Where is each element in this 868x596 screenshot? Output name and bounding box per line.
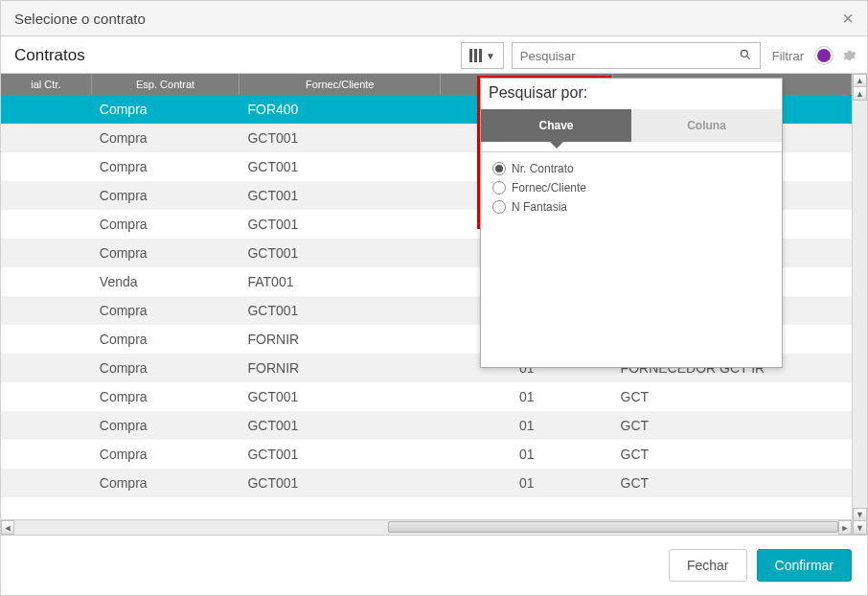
dialog-title: Selecione o contrato	[14, 11, 146, 27]
footer: Fechar Confirmar	[1, 536, 867, 595]
search-by-radio-group: Nr. ContratoFornec/ClienteN Fantasia	[481, 152, 782, 223]
vscroll-track[interactable]	[853, 101, 867, 508]
cell: Compra	[92, 303, 240, 318]
radio-label: Fornec/Cliente	[512, 181, 586, 195]
filter-link[interactable]: Filtrar	[768, 49, 808, 63]
columns-button[interactable]: ▼	[461, 42, 504, 69]
columns-icon	[469, 49, 482, 62]
cell: Compra	[92, 245, 240, 261]
search-icon[interactable]	[731, 48, 760, 64]
scroll-down-icon-2[interactable]: ▼	[853, 521, 867, 535]
cell: GCT001	[240, 389, 441, 404]
select-contract-dialog: Selecione o contrato × Contratos ▼ Filtr…	[0, 0, 868, 596]
cell: Compra	[92, 360, 240, 376]
radio-label: Nr. Contrato	[512, 162, 574, 175]
cell: 01	[441, 389, 613, 404]
close-icon[interactable]: ×	[842, 9, 854, 28]
cell: Venda	[92, 274, 240, 289]
cell: Compra	[92, 102, 240, 117]
radio-icon	[492, 200, 506, 214]
section-title: Contratos	[11, 46, 85, 65]
cell: Compra	[92, 159, 240, 174]
table-row[interactable]: CompraGCT00101GCT	[1, 382, 852, 411]
tab-coluna[interactable]: Coluna	[631, 109, 782, 142]
gear-icon[interactable]	[840, 47, 857, 64]
scroll-left-icon[interactable]: ◄	[1, 520, 14, 535]
cell: GCT	[613, 418, 852, 433]
svg-line-1	[746, 56, 749, 58]
confirm-button[interactable]: Confirmar	[757, 549, 852, 582]
cell: GCT001	[240, 130, 441, 146]
radio-option[interactable]: Fornec/Cliente	[492, 181, 770, 195]
cell: GCT001	[240, 475, 441, 491]
cell: Compra	[92, 188, 240, 203]
column-header-ial-ctr[interactable]: ial Ctr.	[1, 74, 92, 95]
search-input[interactable]	[513, 49, 731, 63]
cell: 01	[441, 475, 613, 491]
cell: FOR400	[240, 102, 441, 117]
toolbar: Contratos ▼ Filtrar	[1, 36, 867, 74]
cell: GCT001	[240, 245, 441, 261]
cell: 01	[441, 418, 613, 433]
cell: GCT001	[240, 159, 441, 174]
radio-label: N Fantasia	[512, 200, 567, 214]
cell: 01	[441, 447, 613, 462]
radio-option[interactable]: N Fantasia	[492, 200, 770, 214]
cell: Compra	[92, 447, 240, 462]
scroll-up-icon[interactable]: ▲	[853, 74, 867, 87]
tab-chave[interactable]: Chave	[481, 109, 631, 142]
cell: Compra	[92, 332, 240, 347]
cell: Compra	[92, 389, 240, 404]
cell: GCT	[613, 447, 852, 462]
vertical-scrollbar[interactable]: ▲ ▲ ▼ ▼	[852, 74, 867, 535]
column-header-fornec-cliente[interactable]: Fornec/Cliente	[240, 74, 441, 95]
hscroll-track[interactable]	[14, 520, 838, 535]
search-field-wrap	[512, 42, 761, 69]
cell: GCT	[613, 475, 852, 491]
cell: GCT	[613, 389, 852, 404]
radio-icon	[492, 162, 506, 175]
hscroll-thumb[interactable]	[388, 521, 838, 533]
titlebar: Selecione o contrato ×	[1, 1, 867, 36]
cell: FORNIR	[240, 332, 441, 347]
svg-point-0	[741, 50, 747, 57]
cell: Compra	[92, 418, 240, 433]
horizontal-scrollbar[interactable]: ◄ ►	[1, 519, 852, 535]
column-header-esp-contrat[interactable]: Esp. Contrat	[92, 74, 240, 95]
cell: FORNIR	[240, 360, 441, 376]
cell: GCT001	[240, 447, 441, 462]
close-button[interactable]: Fechar	[669, 549, 747, 582]
status-dot-icon[interactable]	[815, 47, 833, 64]
table-row[interactable]: CompraGCT00101GCT	[1, 411, 852, 440]
search-popover: Pesquisar por: Chave Coluna Nr. Contrato…	[480, 78, 783, 368]
cell: FAT001	[240, 274, 441, 289]
scroll-right-icon[interactable]: ►	[838, 520, 852, 535]
popover-tabs: Chave Coluna	[481, 109, 782, 142]
radio-icon	[492, 181, 506, 195]
radio-option[interactable]: Nr. Contrato	[492, 162, 770, 175]
table-row[interactable]: CompraGCT00101GCT	[1, 469, 852, 497]
cell: Compra	[92, 475, 240, 491]
table-row[interactable]: CompraGCT00101GCT	[1, 440, 852, 469]
toolbar-right: ▼ Filtrar	[461, 42, 857, 69]
cell: GCT001	[240, 217, 441, 232]
cell: GCT001	[240, 303, 441, 318]
cell: GCT001	[240, 188, 441, 203]
scroll-up-icon-2[interactable]: ▲	[853, 87, 867, 101]
cell: Compra	[92, 130, 240, 146]
cell: GCT001	[240, 418, 441, 433]
scroll-down-icon[interactable]: ▼	[853, 508, 867, 521]
cell: Compra	[92, 217, 240, 232]
popover-title: Pesquisar por:	[481, 79, 782, 109]
caret-down-icon: ▼	[486, 51, 495, 61]
